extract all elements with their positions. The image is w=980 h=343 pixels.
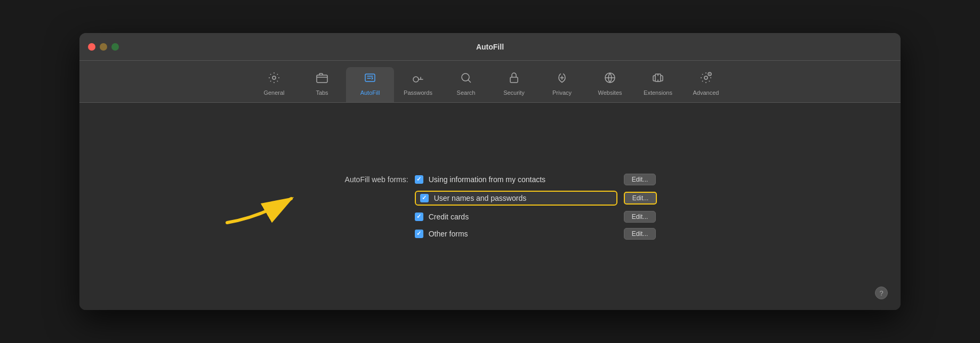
autofill-row-creditcards: AutoFill web forms: Credit cards Edit...: [323, 211, 657, 223]
tab-tabs[interactable]: Tabs: [298, 67, 346, 102]
general-icon: [268, 71, 280, 86]
tab-passwords[interactable]: Passwords: [394, 67, 442, 102]
svg-point-3: [413, 77, 419, 82]
tab-privacy[interactable]: Privacy: [538, 67, 586, 102]
svg-rect-5: [510, 77, 518, 83]
spacer-label: AutoFill web forms:: [323, 194, 408, 202]
tab-security[interactable]: Security: [490, 67, 538, 102]
usernames-row-wrapper: AutoFill web forms: User names and passw…: [323, 191, 657, 206]
tab-general[interactable]: General: [250, 67, 298, 102]
usernames-edit-button[interactable]: Edit...: [624, 192, 657, 205]
usernames-label: User names and passwords: [434, 194, 612, 202]
close-button[interactable]: [88, 43, 95, 51]
tabs-icon: [316, 71, 328, 86]
general-label: General: [263, 89, 284, 96]
maximize-button[interactable]: [111, 43, 119, 51]
search-label: Search: [457, 89, 476, 96]
usernames-checkbox[interactable]: [420, 194, 429, 202]
creditcards-label: Credit cards: [429, 213, 617, 221]
contacts-label: Using information from my contacts: [429, 175, 617, 184]
otherforms-label: Other forms: [429, 230, 617, 238]
tabs-label: Tabs: [316, 89, 328, 96]
tab-search[interactable]: Search: [442, 67, 490, 102]
svg-rect-1: [317, 75, 327, 83]
svg-point-4: [462, 74, 469, 81]
creditcards-edit-button[interactable]: Edit...: [624, 211, 656, 223]
otherforms-checkbox[interactable]: [415, 230, 423, 238]
autofill-row-otherforms: AutoFill web forms: Other forms Edit...: [323, 228, 657, 240]
traffic-lights: [88, 43, 119, 51]
tab-websites[interactable]: Websites: [586, 67, 634, 102]
spacer-label3: AutoFill web forms:: [323, 230, 408, 238]
contacts-checkbox-row: Using information from my contacts: [415, 175, 617, 184]
privacy-icon: [556, 71, 568, 86]
autofill-label-tab: AutoFill: [360, 89, 380, 96]
creditcards-checkbox-row: Credit cards: [415, 213, 617, 221]
svg-point-8: [704, 76, 708, 79]
contacts-edit-button[interactable]: Edit...: [624, 174, 656, 185]
security-icon: [508, 71, 520, 86]
privacy-label: Privacy: [552, 89, 572, 96]
autofill-web-forms-label: AutoFill web forms:: [323, 175, 408, 184]
tab-autofill[interactable]: AutoFill: [346, 67, 394, 102]
help-icon: ?: [879, 289, 883, 297]
autofill-row-usernames: AutoFill web forms: User names and passw…: [323, 191, 657, 206]
otherforms-edit-button[interactable]: Edit...: [624, 228, 656, 240]
otherforms-checkbox-row: Other forms: [415, 230, 617, 238]
minimize-button[interactable]: [100, 43, 107, 51]
passwords-label: Passwords: [404, 89, 432, 96]
advanced-label: Advanced: [693, 89, 719, 96]
safari-preferences-window: AutoFill General Tabs: [79, 33, 901, 310]
toolbar: General Tabs AutoFill: [79, 61, 901, 103]
advanced-icon: [700, 71, 712, 86]
security-label: Security: [503, 89, 525, 96]
help-button[interactable]: ?: [875, 287, 888, 299]
content-area: AutoFill web forms: Using information fr…: [79, 103, 901, 310]
spacer-label2: AutoFill web forms:: [323, 213, 408, 221]
search-icon: [460, 71, 472, 86]
usernames-checkbox-row: User names and passwords: [415, 191, 617, 206]
titlebar: AutoFill: [79, 33, 901, 61]
creditcards-checkbox[interactable]: [415, 213, 423, 221]
tab-extensions[interactable]: Extensions: [634, 67, 682, 102]
svg-rect-2: [365, 74, 375, 81]
window-title: AutoFill: [476, 43, 504, 51]
tab-advanced[interactable]: Advanced: [682, 67, 730, 102]
autofill-icon: [364, 71, 376, 86]
contacts-checkbox[interactable]: [415, 175, 423, 184]
arrow-annotation: [206, 159, 323, 233]
websites-label: Websites: [598, 89, 622, 96]
passwords-icon: [412, 71, 424, 86]
autofill-row-contacts: AutoFill web forms: Using information fr…: [323, 174, 657, 185]
extensions-label: Extensions: [644, 89, 672, 96]
websites-icon: [604, 71, 616, 86]
svg-point-0: [272, 76, 276, 79]
extensions-icon: [652, 71, 664, 86]
